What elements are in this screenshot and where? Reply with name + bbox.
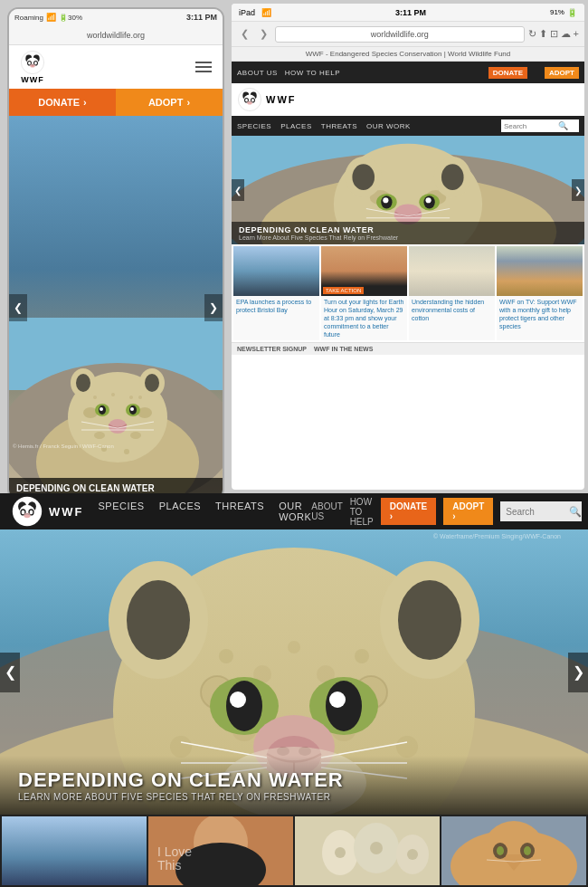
- ipad-status-right: 91% 🔋: [550, 8, 577, 17]
- mobile-hero-next-button[interactable]: ❯: [204, 294, 223, 321]
- browser-back-button[interactable]: ❮: [237, 26, 252, 42]
- wwf-panda-logo[interactable]: WWF: [237, 87, 296, 112]
- svg-point-135: [524, 846, 531, 855]
- svg-point-38: [124, 449, 129, 454]
- ipad-page-title: WWF - Endangered Species Conservation | …: [306, 50, 510, 58]
- desktop-adopt-button[interactable]: ADOPT ›: [443, 498, 493, 525]
- browser-forward-button[interactable]: ❯: [256, 26, 271, 42]
- panda-logo-icon-ipad: [237, 87, 262, 112]
- how-to-help-nav-desktop[interactable]: HOW TO HELP: [350, 497, 374, 527]
- bristol-bay-link[interactable]: EPA launches a process to protect Bristo…: [236, 299, 311, 313]
- places-nav-desktop[interactable]: PLACES: [159, 501, 201, 522]
- threats-nav-ipad[interactable]: THREATS: [321, 122, 357, 130]
- ipad-hero-next-button[interactable]: ❯: [572, 179, 584, 201]
- bookmarks-icon[interactable]: ⊡: [550, 28, 558, 40]
- desktop-donate-button[interactable]: DONATE ›: [381, 498, 436, 525]
- new-tab-icon[interactable]: +: [574, 28, 579, 40]
- cotton-text: Understanding the hidden environmental c…: [409, 296, 495, 324]
- mobile-adopt-button[interactable]: ADOPT ›: [116, 89, 223, 116]
- panda-logo-icon-desktop: [11, 495, 43, 528]
- desktop-wwf-logo[interactable]: WWF: [11, 495, 83, 528]
- svg-point-112: [398, 580, 461, 660]
- svg-point-9: [32, 64, 34, 66]
- how-to-help-nav[interactable]: HOW TO HELP: [285, 69, 340, 77]
- mobile-panel: Roaming 📶 🔋 30% 3:11 PM worldwildlife.or…: [7, 7, 224, 501]
- thumb-tiger[interactable]: [441, 816, 586, 885]
- ipad-donate-button[interactable]: DONATE: [488, 67, 527, 79]
- mobile-donate-button[interactable]: DONATE ›: [9, 89, 116, 116]
- desktop-hero-next-button[interactable]: ❯: [568, 653, 588, 692]
- thumb-bay-image: [2, 816, 147, 885]
- svg-point-113: [219, 649, 233, 663]
- hamburger-menu[interactable]: [195, 62, 212, 72]
- svg-text:I Love: I Love: [157, 844, 192, 859]
- tiger-text: WWF on TV: Support WWF with a monthly gi…: [497, 296, 583, 332]
- share-icon[interactable]: ⬆: [539, 28, 547, 40]
- thumb-bristol-bay[interactable]: [2, 816, 147, 885]
- ipad-browser-bar: ❮ ❯ worldwildlife.org ↻ ⬆ ⊡ ☁ +: [232, 22, 584, 47]
- svg-point-58: [383, 197, 388, 203]
- mobile-url-text: worldwildlife.org: [87, 31, 145, 40]
- about-us-nav-desktop[interactable]: ABOUT US: [311, 501, 342, 521]
- desktop-search-input[interactable]: [506, 507, 569, 517]
- desktop-copyright: © Waterframe/Premium Singing/WWF-Canon: [433, 533, 561, 539]
- icloud-icon[interactable]: ☁: [561, 28, 571, 40]
- thumb-child-image: I Love This: [148, 816, 293, 885]
- desktop-search-icon[interactable]: 🔍: [569, 506, 582, 518]
- thumb-cotton[interactable]: [295, 816, 440, 885]
- wifi-signal-icon: 📶: [261, 8, 271, 17]
- cotton-link[interactable]: Understanding the hidden environmental c…: [412, 299, 484, 321]
- ipad-url-field[interactable]: worldwildlife.org: [275, 26, 525, 43]
- news-card-cotton: Understanding the hidden environmental c…: [409, 246, 495, 340]
- mobile-url-bar[interactable]: worldwildlife.org: [9, 25, 223, 45]
- svg-point-23: [130, 407, 134, 411]
- desktop-search-box[interactable]: 🔍: [500, 501, 582, 521]
- species-nav-desktop[interactable]: SPECIES: [98, 501, 144, 522]
- mobile-logo: WWF: [20, 50, 45, 84]
- ipad-wwf-label: WWF: [266, 94, 296, 105]
- svg-point-86: [170, 736, 192, 758]
- svg-point-36: [138, 396, 142, 399]
- earth-hour-image: TAKE ACTION: [321, 246, 407, 296]
- mobile-battery-pct: 30%: [68, 14, 82, 22]
- bottom-thumbnails: I Love This: [0, 815, 588, 887]
- svg-point-98: [236, 698, 243, 705]
- tiger-link[interactable]: WWF on TV: Support WWF with a monthly gi…: [499, 299, 577, 329]
- ipad-footer-nav: NEWSLETTER SIGNUP WWF IN THE NEWS: [232, 342, 584, 355]
- svg-point-31: [76, 374, 90, 392]
- svg-point-95: [326, 681, 362, 731]
- search-icon[interactable]: 🔍: [558, 121, 568, 130]
- mobile-hero: ❮ ❯ © Hemis.fr / Franck Seguin / WWF-Can…: [9, 116, 223, 499]
- earth-hour-link[interactable]: Turn out your lights for Earth Hour on S…: [324, 299, 403, 338]
- desktop-wwf-label: WWF: [49, 505, 83, 519]
- cotton-image: [409, 246, 495, 296]
- about-us-nav[interactable]: ABOUT US: [237, 69, 278, 77]
- reload-icon[interactable]: ↻: [528, 28, 536, 40]
- ipad-hero-prev-button[interactable]: ❮: [232, 179, 244, 201]
- desktop-hero-prev-button[interactable]: ❮: [0, 653, 20, 692]
- ipad-hero-title: DEPENDING ON CLEAN WATER: [239, 225, 577, 234]
- svg-point-33: [93, 396, 97, 399]
- bristol-bay-image: [233, 246, 319, 296]
- species-nav-ipad[interactable]: SPECIES: [237, 122, 271, 130]
- ipad-adopt-button[interactable]: ADOPT: [545, 67, 579, 79]
- thumb-flowers-svg: [295, 816, 440, 885]
- svg-point-126: [335, 847, 346, 858]
- thumb-earth-hour[interactable]: I Love This: [148, 816, 293, 885]
- thumb-tiger-image: [441, 816, 586, 885]
- svg-point-22: [100, 407, 103, 411]
- mobile-signal: Roaming: [14, 14, 43, 22]
- svg-point-75: [22, 510, 25, 515]
- our-work-nav-desktop[interactable]: OUR WORK: [279, 501, 311, 522]
- places-nav-ipad[interactable]: PLACES: [280, 122, 312, 130]
- wwf-in-the-news-link[interactable]: WWF IN THE NEWS: [314, 346, 373, 352]
- mobile-hero-prev-button[interactable]: ❮: [9, 294, 27, 321]
- newsletter-signup-link[interactable]: NEWSLETTER SIGNUP: [237, 346, 307, 352]
- ipad-search-box[interactable]: 🔍: [501, 119, 579, 132]
- thumb-flowers-image: [295, 816, 440, 885]
- svg-point-46: [251, 99, 254, 102]
- bottom-section: WWF SPECIES PLACES ThREats OUR WORK ABOU…: [0, 493, 588, 887]
- ipad-search-input[interactable]: [504, 122, 558, 130]
- threats-nav-desktop[interactable]: ThREats: [215, 501, 264, 522]
- our-work-nav-ipad[interactable]: OUR WORK: [366, 122, 411, 130]
